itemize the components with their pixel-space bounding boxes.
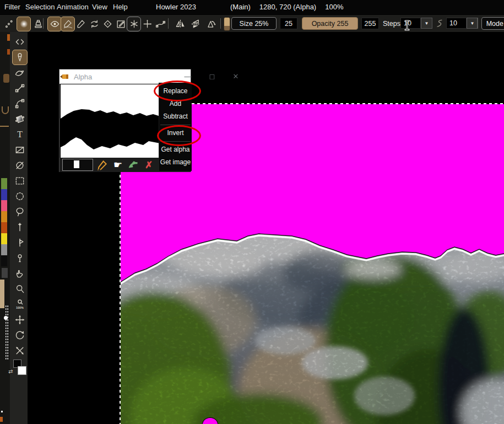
alpha-level-bar — [74, 160, 79, 168]
alpha-panel-title: Alpha — [74, 73, 92, 81]
palette-swatch-5[interactable] — [1, 233, 7, 244]
flip-vertical-icon[interactable] — [188, 17, 203, 31]
left-edge-strip — [0, 32, 10, 424]
pencil-edit-icon[interactable] — [96, 158, 109, 171]
sidebar-tool-magic-wand[interactable] — [12, 219, 28, 235]
opacity-value-field[interactable]: 255 — [361, 18, 379, 29]
strip-mark — [0, 417, 3, 422]
sidebar-tool-code[interactable] — [12, 34, 28, 50]
alpha-preview-render — [61, 84, 160, 158]
crosshair-icon[interactable] — [140, 17, 154, 31]
scribble-speed-icon[interactable] — [433, 17, 447, 31]
draw-pen-icon[interactable] — [61, 17, 75, 31]
app-title: Howler 2023 — [156, 3, 196, 11]
palette-swatch-6[interactable] — [1, 244, 7, 255]
path-nodes-icon[interactable] — [153, 17, 167, 31]
menu-view[interactable]: View — [92, 3, 107, 11]
menu-filter[interactable]: Filter — [4, 3, 20, 11]
close-button[interactable]: ✕ — [227, 69, 244, 83]
flip-horizontal-icon[interactable] — [173, 17, 187, 31]
slider-knob[interactable] — [4, 316, 8, 320]
palette-swatch-3[interactable] — [1, 211, 7, 222]
palette-swatch-4[interactable] — [1, 222, 7, 233]
diamond-gem-icon[interactable] — [100, 17, 115, 31]
sidebar-tool-flag-wand[interactable] — [12, 235, 28, 250]
status-zoom: 100% — [325, 3, 343, 11]
eye-preview-icon[interactable] — [47, 17, 62, 31]
amount-value[interactable]: 10 — [446, 18, 467, 29]
sidebar-tool-text[interactable]: T — [12, 127, 28, 142]
svg-text:100%: 100% — [16, 306, 24, 309]
menu-item-subtract[interactable]: Subtract — [159, 110, 192, 123]
strip-mark — [3, 74, 9, 83]
steps-label: Steps — [383, 20, 400, 28]
palette-swatch-7[interactable] — [1, 255, 7, 266]
sidebar-tool-undo[interactable] — [12, 328, 28, 343]
menu-item-get-image[interactable]: Get image — [159, 156, 192, 169]
soft-round-brush-icon[interactable] — [17, 17, 31, 31]
sidebar-tool-pen-nib[interactable] — [12, 50, 28, 65]
dotted-slider[interactable] — [5, 305, 9, 360]
edit-pad-icon[interactable] — [113, 17, 128, 31]
strip-arc — [2, 106, 9, 114]
airbrush-dots-icon[interactable] — [2, 17, 17, 31]
toolbar-separator — [168, 18, 169, 29]
chevron-down-icon[interactable]: ▼ — [467, 18, 478, 29]
sidebar-tool-curve[interactable] — [12, 96, 28, 111]
undo-arrow-icon[interactable] — [127, 158, 140, 171]
pencil-icon — [59, 73, 71, 80]
mode-button[interactable]: Mode ▼ — [481, 17, 504, 30]
strip-dot — [1, 411, 3, 412]
svg-text:T: T — [17, 130, 23, 139]
sidebar-tool-line-segment[interactable] — [12, 80, 28, 96]
palette-swatch-1[interactable] — [1, 189, 7, 200]
rotate-canvas-icon[interactable] — [204, 17, 218, 31]
asterisk-brush-icon[interactable] — [127, 17, 141, 31]
menu-help[interactable]: Help — [113, 3, 128, 11]
maximize-button[interactable]: ◻ — [204, 69, 220, 83]
sidebar-tool-gradient-fill[interactable] — [12, 111, 28, 127]
opacity-button[interactable]: Opacity 255 — [302, 17, 358, 30]
sidebar-tool-zoom[interactable] — [12, 281, 28, 297]
sidebar-tool-rect-select[interactable] — [12, 173, 28, 189]
size-value-field[interactable]: 25 — [280, 18, 297, 29]
pencil-icon[interactable] — [74, 17, 88, 31]
menu-animation[interactable]: Animation — [57, 3, 89, 11]
chevron-down-icon[interactable]: ▼ — [421, 18, 432, 29]
background-color-swatch[interactable] — [18, 366, 26, 375]
sidebar-tool-cut-x[interactable] — [12, 343, 28, 358]
toolbar-separator — [220, 18, 221, 29]
toolbar-separator — [477, 18, 478, 29]
alpha-channel-preview[interactable] — [60, 84, 161, 158]
cycle-rotate-icon[interactable] — [87, 17, 101, 31]
alpha-level-indicator[interactable] — [62, 159, 93, 171]
mode-button-label: Mode — [486, 20, 503, 28]
swap-colors-icon[interactable]: ⇄ — [8, 368, 13, 374]
annotation-circle-replace — [154, 80, 201, 101]
menu-selection[interactable]: Selection — [25, 3, 55, 11]
amount-dropdown[interactable]: 10 ▼ — [446, 18, 478, 29]
brush-preset-strip[interactable] — [224, 17, 230, 31]
sidebar-tool-freehand[interactable] — [12, 65, 28, 80]
tool-sidebar: T100% ⇄ — [10, 32, 28, 424]
status-readout: (Main) 1280, 720 (Alpha) 100% — [230, 3, 343, 11]
sidebar-tool-zoom-100[interactable]: 100% — [12, 297, 28, 312]
sidebar-tool-ellipse-select[interactable] — [12, 189, 28, 204]
sidebar-tool-ellipse-draw[interactable] — [12, 158, 28, 173]
red-x-icon[interactable]: ✗ — [142, 158, 155, 171]
ibeam-cursor — [404, 20, 410, 31]
pointing-hand-icon[interactable]: ☛ — [111, 158, 124, 171]
sidebar-tool-move[interactable] — [12, 312, 28, 328]
sidebar-tool-rectangle-draw[interactable] — [12, 142, 28, 158]
sidebar-tool-lasso[interactable] — [12, 204, 28, 219]
status-dimensions: 1280, 720 (Alpha) — [259, 3, 316, 11]
palette-swatch-2[interactable] — [1, 200, 7, 211]
sidebar-tool-pin[interactable] — [12, 250, 28, 266]
palette-swatch-0[interactable] — [1, 178, 7, 189]
strip-slider-bar[interactable] — [0, 280, 4, 308]
size-button[interactable]: Size 25% — [231, 17, 277, 30]
annotation-circle-invert — [157, 125, 201, 146]
sidebar-tool-pan-hand[interactable] — [12, 266, 28, 281]
strip-divider — [0, 126, 9, 127]
menu-bar: FilterSelectionAnimationViewHelp Howler … — [0, 0, 504, 14]
